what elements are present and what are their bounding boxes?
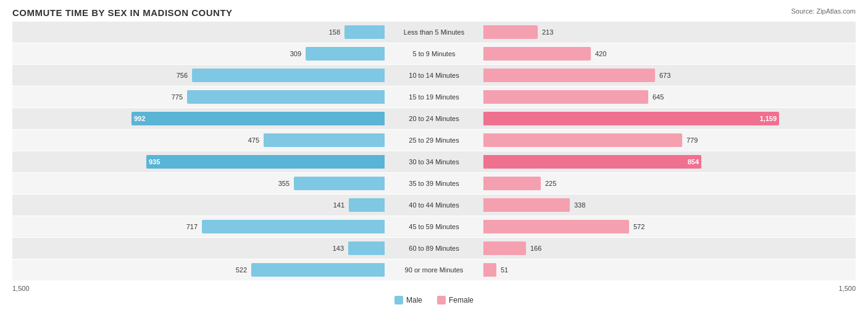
female-bar-section: 51 xyxy=(483,259,856,280)
male-bar: 475 xyxy=(264,133,385,147)
male-bar: 717 xyxy=(202,220,385,233)
female-bar: 1,159 xyxy=(483,112,779,125)
female-bar-section: 572 xyxy=(483,216,856,237)
male-value: 475 xyxy=(248,136,259,144)
male-bar-section: 141 xyxy=(12,195,385,216)
male-bar-section: 309 xyxy=(12,43,385,64)
female-bar-section: 779 xyxy=(483,130,856,151)
row-label: 40 to 44 Minutes xyxy=(385,201,483,209)
chart-row: 14140 to 44 Minutes338 xyxy=(12,195,856,216)
female-value: 225 xyxy=(545,180,556,187)
female-bar-section: 645 xyxy=(483,86,856,107)
chart-row: 158Less than 5 Minutes213 xyxy=(12,22,856,43)
female-bar: 645 xyxy=(483,90,648,104)
male-value: 355 xyxy=(278,180,290,187)
male-bar-section: 775 xyxy=(12,86,385,107)
female-bar-section: 1,159 xyxy=(483,108,856,129)
female-bar: 213 xyxy=(483,25,538,39)
legend-female: Female xyxy=(437,296,474,304)
row-label: 10 to 14 Minutes xyxy=(385,72,483,79)
male-bar: 992 xyxy=(131,112,385,125)
male-bar-section: 522 xyxy=(12,259,385,280)
female-bar-section: 673 xyxy=(483,65,856,86)
male-bar: 355 xyxy=(294,177,385,190)
female-color-box xyxy=(437,296,446,304)
female-bar-section: 213 xyxy=(483,22,856,43)
male-bar-section: 717 xyxy=(12,216,385,237)
female-value: 645 xyxy=(653,93,664,101)
female-value: 1,159 xyxy=(759,115,777,122)
male-value: 158 xyxy=(329,28,340,36)
row-label: 60 to 89 Minutes xyxy=(385,245,483,252)
row-label: 90 or more Minutes xyxy=(385,266,483,274)
chart-row: 77515 to 19 Minutes645 xyxy=(12,86,856,107)
female-bar: 166 xyxy=(483,241,526,255)
female-bar: 572 xyxy=(483,220,629,233)
row-label: 5 to 9 Minutes xyxy=(385,50,483,57)
male-bar: 756 xyxy=(192,69,385,82)
female-value: 51 xyxy=(501,266,508,274)
female-bar-section: 225 xyxy=(483,173,856,194)
chart-container: COMMUTE TIME BY SEX IN MADISON COUNTY So… xyxy=(0,0,868,323)
chart-row: 71745 to 59 Minutes572 xyxy=(12,216,856,237)
male-bar: 141 xyxy=(349,198,385,212)
male-bar-section: 158 xyxy=(12,22,385,43)
female-label: Female xyxy=(449,296,474,304)
male-bar-section: 756 xyxy=(12,65,385,86)
female-bar: 673 xyxy=(483,69,655,82)
male-bar-section: 935 xyxy=(12,151,385,172)
male-color-box xyxy=(394,296,403,304)
female-bar-section: 854 xyxy=(483,151,856,172)
female-value: 779 xyxy=(686,136,698,144)
male-value: 522 xyxy=(236,266,247,274)
male-value: 143 xyxy=(333,245,344,252)
female-bar: 854 xyxy=(483,155,701,169)
chart-row: 99220 to 24 Minutes1,159 xyxy=(12,108,856,129)
male-bar-section: 143 xyxy=(12,238,385,259)
row-label: 30 to 34 Minutes xyxy=(385,158,483,166)
legend: Male Female xyxy=(12,296,856,304)
row-label: 20 to 24 Minutes xyxy=(385,115,483,122)
row-label: 35 to 39 Minutes xyxy=(385,180,483,187)
female-bar: 338 xyxy=(483,198,570,212)
chart-title: COMMUTE TIME BY SEX IN MADISON COUNTY xyxy=(12,7,856,18)
female-bar: 779 xyxy=(483,133,682,147)
male-value: 992 xyxy=(134,115,145,122)
chart-row: 93530 to 34 Minutes854 xyxy=(12,151,856,172)
male-label: Male xyxy=(406,296,422,304)
male-value: 141 xyxy=(333,201,344,209)
female-bar: 225 xyxy=(483,177,541,190)
female-bar-section: 166 xyxy=(483,238,856,259)
male-value: 309 xyxy=(290,50,301,57)
bars-area: 158Less than 5 Minutes2133095 to 9 Minut… xyxy=(12,22,856,281)
female-value: 420 xyxy=(595,50,606,57)
source-label: Source: ZipAtlas.com xyxy=(791,7,856,15)
male-bar-section: 475 xyxy=(12,130,385,151)
chart-row: 75610 to 14 Minutes673 xyxy=(12,65,856,86)
male-bar-section: 355 xyxy=(12,173,385,194)
male-bar: 935 xyxy=(146,155,385,169)
legend-male: Male xyxy=(394,296,422,304)
female-value: 854 xyxy=(688,158,699,166)
female-value: 572 xyxy=(633,223,645,230)
male-value: 756 xyxy=(177,72,188,79)
male-value: 717 xyxy=(186,223,198,230)
female-bar-section: 338 xyxy=(483,195,856,216)
axis-left: 1,500 xyxy=(12,285,30,292)
male-value: 775 xyxy=(172,93,183,101)
female-value: 338 xyxy=(574,201,585,209)
row-label: 45 to 59 Minutes xyxy=(385,223,483,230)
female-bar: 420 xyxy=(483,47,591,61)
female-bar-section: 420 xyxy=(483,43,856,64)
female-value: 213 xyxy=(542,28,553,36)
chart-row: 47525 to 29 Minutes779 xyxy=(12,130,856,151)
axis-labels: 1,500 1,500 xyxy=(12,282,856,292)
male-bar: 775 xyxy=(187,90,385,104)
chart-row: 52290 or more Minutes51 xyxy=(12,259,856,280)
male-bar: 309 xyxy=(306,47,385,61)
row-label: Less than 5 Minutes xyxy=(385,28,483,36)
row-label: 25 to 29 Minutes xyxy=(385,136,483,144)
male-value: 935 xyxy=(149,158,160,166)
chart-row: 3095 to 9 Minutes420 xyxy=(12,43,856,64)
female-value: 166 xyxy=(530,245,541,252)
